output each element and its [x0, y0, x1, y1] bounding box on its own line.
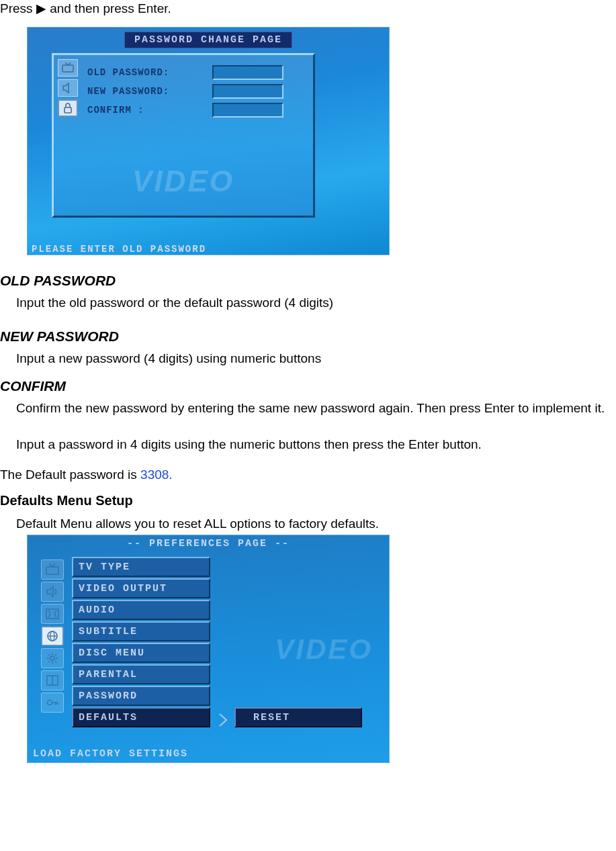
- columns-icon[interactable]: [41, 670, 64, 690]
- svg-point-18: [48, 701, 52, 705]
- pref-menu-list: TV TYPE VIDEO OUTPUT AUDIO SUBTITLE DISC…: [72, 557, 210, 729]
- menu-audio[interactable]: AUDIO: [72, 600, 210, 620]
- pref-left-icon-column: [41, 559, 67, 715]
- svg-line-14: [55, 654, 56, 656]
- preferences-screenshot: -- PREFERENCES PAGE --: [27, 535, 390, 763]
- intro-post: and then press Enter.: [46, 1, 171, 15]
- svg-line-13: [55, 661, 56, 662]
- svg-rect-0: [62, 65, 73, 72]
- screen-title: PASSWORD CHANGE PAGE: [124, 32, 292, 48]
- globe-icon[interactable]: [41, 626, 64, 646]
- svg-rect-3: [46, 609, 58, 619]
- note-input-4-digits: Input a password in 4 digits using the n…: [0, 436, 616, 453]
- confirm-password-label: CONFIRM :: [87, 105, 212, 116]
- new-password-input[interactable]: [212, 84, 283, 99]
- speaker-icon[interactable]: [58, 79, 78, 97]
- left-icon-column: [58, 59, 81, 120]
- default-password-value: 3308.: [140, 467, 173, 482]
- svg-point-7: [50, 656, 54, 660]
- svg-line-15: [48, 661, 50, 662]
- new-password-body: Input a new password (4 digits) using nu…: [0, 350, 616, 367]
- tv-icon[interactable]: [58, 59, 78, 77]
- svg-rect-2: [46, 567, 58, 574]
- default-password-line: The Default password is 3308.: [0, 466, 616, 484]
- dolby-icon[interactable]: [41, 604, 64, 624]
- menu-defaults[interactable]: DEFAULTS: [72, 707, 210, 727]
- old-password-input[interactable]: [212, 65, 283, 80]
- pref-watermark: VIDEO: [275, 633, 373, 666]
- intro-line: Press ▶ and then press Enter.: [0, 0, 616, 17]
- pref-screen-title: -- PREFERENCES PAGE --: [127, 538, 290, 549]
- key-icon[interactable]: [41, 692, 64, 713]
- menu-video-output[interactable]: VIDEO OUTPUT: [72, 578, 210, 598]
- menu-parental[interactable]: PARENTAL: [72, 664, 210, 684]
- default-password-label: The Default password is: [0, 467, 140, 482]
- menu-tv-type[interactable]: TV TYPE: [72, 557, 210, 577]
- new-password-heading: NEW PASSWORD: [0, 328, 616, 345]
- confirm-password-input[interactable]: [212, 103, 283, 118]
- arrow-right-icon: ▶: [36, 1, 46, 15]
- menu-subtitle[interactable]: SUBTITLE: [72, 621, 210, 641]
- new-password-label: NEW PASSWORD:: [87, 86, 212, 97]
- chevron-right-icon: [217, 713, 229, 731]
- gear-icon[interactable]: [41, 648, 64, 668]
- svg-rect-1: [64, 107, 71, 113]
- status-text: PLEASE ENTER OLD PASSWORD: [32, 244, 206, 255]
- menu-password[interactable]: PASSWORD: [72, 686, 210, 706]
- defaults-menu-heading: Defaults Menu Setup: [0, 493, 616, 508]
- confirm-body: Confirm the new password by entering the…: [0, 400, 616, 417]
- old-password-label: OLD PASSWORD:: [87, 67, 212, 78]
- submenu-reset[interactable]: RESET: [234, 707, 362, 727]
- confirm-password-row: CONFIRM :: [87, 102, 306, 118]
- pref-status-text: LOAD FACTORY SETTINGS: [33, 748, 188, 760]
- old-password-heading: OLD PASSWORD: [0, 273, 616, 289]
- lock-icon[interactable]: [58, 99, 78, 117]
- tv-icon[interactable]: [41, 559, 64, 580]
- new-password-row: NEW PASSWORD:: [87, 83, 306, 99]
- password-change-screenshot: PASSWORD CHANGE PAGE OLD PASSWORD:: [27, 27, 390, 255]
- speaker-icon[interactable]: [41, 582, 64, 602]
- confirm-heading: CONFIRM: [0, 378, 616, 394]
- menu-disc-menu[interactable]: DISC MENU: [72, 643, 210, 663]
- watermark-text: VIDEO: [132, 165, 234, 198]
- svg-line-12: [48, 654, 50, 656]
- old-password-body: Input the old password or the default pa…: [0, 294, 616, 312]
- old-password-row: OLD PASSWORD:: [87, 64, 306, 81]
- defaults-menu-body: Default Menu allows you to reset ALL opt…: [0, 515, 616, 533]
- intro-pre: Press: [0, 1, 36, 15]
